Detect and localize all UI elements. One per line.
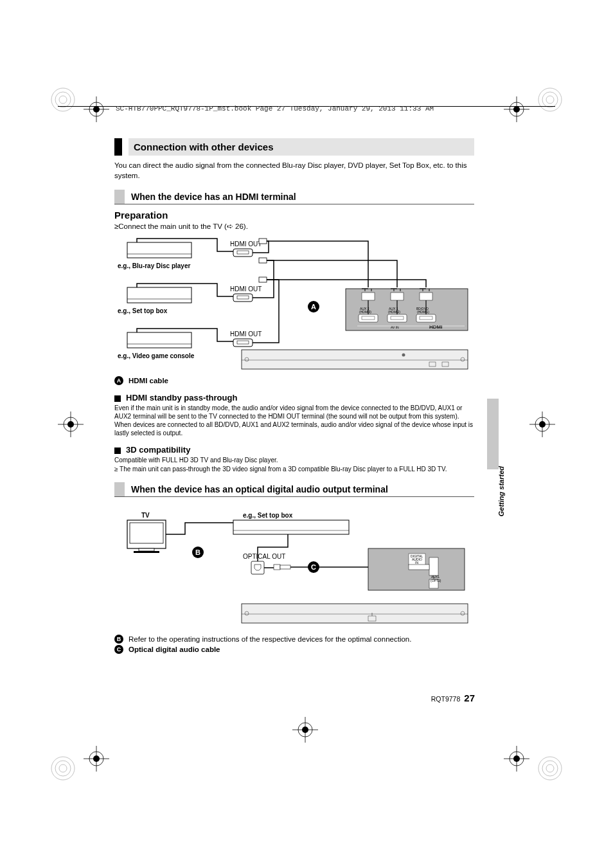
svg-rect-108 bbox=[242, 604, 468, 623]
svg-rect-49 bbox=[237, 296, 249, 299]
d1-port3: HDMI OUT bbox=[230, 330, 262, 338]
d1-port2: HDMI OUT bbox=[230, 285, 262, 293]
footer-code: RQT9778 bbox=[431, 695, 461, 703]
svg-point-4 bbox=[542, 92, 558, 107]
svg-rect-75 bbox=[242, 350, 468, 369]
subsection-bar bbox=[114, 482, 125, 496]
callout-a: A HDMI cable bbox=[114, 376, 474, 385]
svg-rect-52 bbox=[259, 239, 267, 244]
callout-b: B Refer to the operating instructions of… bbox=[114, 635, 474, 644]
svg-rect-51 bbox=[237, 341, 249, 344]
preparation-bullet: ≥Connect the main unit to the TV (➪ 26). bbox=[114, 222, 474, 231]
diagram-hdmi: e.g., Blu-ray Disc player e.g., Set top … bbox=[114, 237, 474, 372]
compat-heading: 3D compatibility bbox=[114, 445, 474, 455]
section-title: Connection with other devices bbox=[114, 138, 474, 156]
svg-point-1 bbox=[55, 92, 71, 107]
svg-point-0 bbox=[51, 88, 75, 111]
svg-rect-65 bbox=[416, 314, 436, 322]
section-title-text: Connection with other devices bbox=[129, 138, 474, 156]
compat-line2: ≥ The main unit can pass-through the 3D … bbox=[114, 465, 474, 473]
svg-point-8 bbox=[59, 764, 67, 772]
crosshair-ml bbox=[58, 411, 84, 437]
page-content: Connection with other devices You can di… bbox=[114, 138, 474, 654]
svg-rect-54 bbox=[259, 277, 267, 282]
compat-title: 3D compatibility bbox=[126, 445, 190, 455]
passthrough-body: Even if the main unit is in standby mode… bbox=[114, 404, 474, 437]
svg-rect-57 bbox=[359, 314, 378, 322]
svg-rect-83 bbox=[130, 523, 163, 543]
letter-b-icon: B bbox=[114, 635, 123, 644]
svg-point-2 bbox=[59, 96, 67, 104]
letter-a-icon: A bbox=[114, 376, 123, 385]
svg-point-19 bbox=[513, 106, 520, 113]
callout-b-text: Refer to the operating instructions of t… bbox=[129, 635, 411, 643]
d1-letter-a: A bbox=[311, 303, 316, 311]
svg-text:B: B bbox=[195, 548, 200, 556]
regmark-bl bbox=[50, 755, 76, 781]
svg-point-3 bbox=[538, 88, 562, 111]
footer: RQT9778 27 bbox=[431, 692, 475, 703]
crosshair-tr bbox=[504, 96, 529, 122]
side-tab-label: Getting started bbox=[497, 466, 505, 516]
intro-text: You can direct the audio signal from the… bbox=[114, 161, 474, 181]
svg-point-11 bbox=[546, 764, 554, 772]
d2-dev: e.g., Set top box bbox=[243, 512, 293, 519]
svg-rect-61 bbox=[387, 314, 407, 322]
svg-rect-64 bbox=[420, 293, 432, 300]
svg-rect-47 bbox=[237, 251, 249, 254]
svg-rect-90 bbox=[251, 561, 264, 574]
crosshair-tl bbox=[84, 96, 109, 122]
letter-c-icon: C bbox=[114, 645, 123, 654]
svg-rect-86 bbox=[233, 520, 349, 534]
square-bullet-icon bbox=[114, 395, 121, 402]
svg-point-35 bbox=[539, 421, 546, 428]
crosshair-bm bbox=[292, 717, 318, 743]
square-bullet-icon bbox=[114, 448, 121, 454]
passthrough-title: HDMI standby pass-through bbox=[126, 393, 237, 402]
svg-rect-85 bbox=[134, 551, 159, 553]
svg-text:IN: IN bbox=[415, 561, 418, 565]
svg-point-39 bbox=[302, 727, 308, 733]
svg-rect-102 bbox=[429, 557, 438, 575]
svg-point-79 bbox=[402, 354, 405, 357]
regmark-tr bbox=[537, 87, 563, 113]
compat-line1: Compatible with FULL HD 3D TV and Blu-ra… bbox=[114, 456, 474, 464]
svg-text:(OPT2): (OPT2) bbox=[431, 579, 441, 583]
svg-point-31 bbox=[67, 421, 74, 428]
crosshair-br bbox=[504, 746, 529, 772]
svg-rect-42 bbox=[127, 287, 191, 303]
d2-opt: OPTICAL OUT bbox=[243, 553, 285, 560]
svg-text:(HDMI1): (HDMI1) bbox=[417, 310, 429, 314]
regmark-tl bbox=[50, 87, 76, 113]
svg-rect-91 bbox=[274, 565, 280, 570]
compat-line2-text: The main unit can pass-through the 3D vi… bbox=[120, 466, 447, 473]
svg-point-5 bbox=[546, 96, 554, 104]
callout-c-text: Optical digital audio cable bbox=[129, 646, 220, 653]
subsection-hdmi-title: When the device has an HDMI terminal bbox=[131, 190, 296, 204]
svg-rect-92 bbox=[280, 565, 290, 569]
d1-dev1: e.g., Blu-ray Disc player bbox=[118, 262, 190, 269]
crosshair-bl bbox=[84, 746, 109, 772]
svg-rect-84 bbox=[139, 548, 154, 551]
preparation-heading: Preparation bbox=[114, 210, 474, 221]
svg-rect-40 bbox=[127, 242, 191, 258]
subsection-optical-title: When the device has an optical digital a… bbox=[131, 482, 388, 496]
crosshair-mr bbox=[529, 411, 555, 437]
svg-rect-53 bbox=[259, 258, 267, 263]
svg-text:C: C bbox=[311, 563, 316, 571]
subsection-bar bbox=[114, 190, 125, 204]
diagram-optical: TV e.g., Set top box B OPTICAL OUT bbox=[114, 502, 474, 631]
callout-a-text: HDMI cable bbox=[129, 377, 168, 384]
svg-rect-44 bbox=[127, 332, 191, 348]
preparation-bullet-text: Connect the main unit to the TV (➪ 26). bbox=[118, 222, 248, 230]
footer-page: 27 bbox=[464, 692, 475, 703]
d1-dev3: e.g., Video game console bbox=[118, 352, 195, 359]
svg-rect-103 bbox=[409, 565, 429, 570]
svg-point-23 bbox=[93, 755, 100, 762]
svg-text:(HDMI2): (HDMI2) bbox=[388, 310, 400, 314]
callout-c: C Optical digital audio cable bbox=[114, 645, 474, 654]
svg-point-6 bbox=[51, 757, 75, 780]
svg-point-15 bbox=[93, 106, 100, 113]
svg-point-10 bbox=[542, 761, 558, 776]
regmark-br bbox=[537, 755, 563, 781]
